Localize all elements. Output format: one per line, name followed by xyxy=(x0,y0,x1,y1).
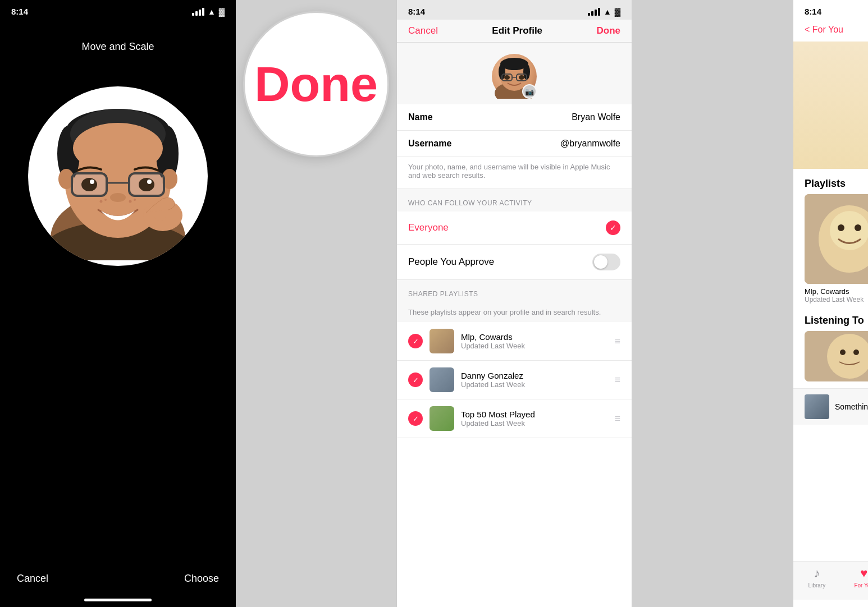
playlist-row-2: ✓ Danny Gonzalez Updated Last Week ≡ xyxy=(397,361,632,399)
library-icon: ♪ xyxy=(814,566,820,581)
home-bar-phone1 xyxy=(84,599,152,601)
playlist2-info: Danny Gonzalez Updated Last Week xyxy=(461,371,607,389)
playlists-note: These playlists appear on your profile a… xyxy=(397,302,632,322)
playlist2-check[interactable]: ✓ xyxy=(408,373,423,387)
profile-edit-avatar-section: 📷 xyxy=(397,43,632,104)
phone1-status-bar: 8:14 ▲ ▓ xyxy=(0,0,236,19)
done-text[interactable]: Done xyxy=(254,59,378,109)
phone1-screen: 8:14 ▲ ▓ Move and Scale xyxy=(0,0,236,607)
svg-point-23 xyxy=(129,200,132,203)
drag-handle-3[interactable]: ≡ xyxy=(614,413,620,425)
playlist2-sub: Updated Last Week xyxy=(461,380,607,389)
playlist-cards-row: Mlp, Cowards Updated Last Week HelpLetMe… xyxy=(793,194,868,312)
people-approve-toggle[interactable] xyxy=(592,254,620,270)
svg-point-19 xyxy=(147,180,152,184)
playlist-card-1[interactable]: Mlp, Cowards Updated Last Week xyxy=(805,194,868,304)
svg-point-61 xyxy=(853,350,859,355)
playlist1-thumb xyxy=(430,329,454,353)
signal-bars xyxy=(192,8,204,16)
playlist-row-3: ✓ Top 50 Most Played Updated Last Week ≡ xyxy=(397,399,632,438)
phone3-screen: 8:14 ▲ ▓ < For You ••• xyxy=(793,0,868,607)
playlists-title-row: Playlists xyxy=(793,169,868,194)
playlist-card-1-sub: Updated Last Week xyxy=(805,296,868,304)
svg-point-37 xyxy=(519,75,524,80)
svg-point-60 xyxy=(840,350,846,355)
listening-svg-1 xyxy=(805,331,868,381)
svg-point-56 xyxy=(838,224,844,231)
nav-cancel-button[interactable]: Cancel xyxy=(408,25,438,36)
phone2-status-icons: ▲ ▓ xyxy=(588,7,620,16)
battery-icon-2: ▓ xyxy=(615,7,620,16)
privacy-note: Your photo, name, and username will be v… xyxy=(397,157,632,189)
wifi-icon: ▲ xyxy=(208,7,216,16)
username-row: Username @bryanmwolfe xyxy=(397,131,632,157)
back-for-you[interactable]: < For You xyxy=(805,25,843,35)
nav-title: Edit Profile xyxy=(492,25,542,36)
svg-point-57 xyxy=(855,224,861,231)
drag-handle-2[interactable]: ≡ xyxy=(614,374,620,386)
phone2-screen: 8:14 ▲ ▓ Cancel Edit Profile Done xyxy=(396,0,632,607)
avatar-circle-large xyxy=(28,86,208,266)
avatar-container[interactable]: 📷 xyxy=(492,54,537,99)
playlist2-name: Danny Gonzalez xyxy=(461,371,607,380)
phone1-status-icons: ▲ ▓ xyxy=(192,7,225,16)
listening-title-row: Listening To See All xyxy=(793,312,868,331)
listening-art-1 xyxy=(805,331,868,381)
svg-point-16 xyxy=(81,178,97,191)
listening-section-title: Listening To xyxy=(805,315,864,327)
playlist1-info: Mlp, Cowards Updated Last Week xyxy=(461,332,607,350)
gap2 xyxy=(632,0,793,607)
camera-badge[interactable]: 📷 xyxy=(522,84,537,99)
username-label: Username xyxy=(408,139,451,149)
svg-point-18 xyxy=(90,180,94,184)
people-approve-label[interactable]: People You Approve xyxy=(408,256,494,268)
choose-button-phone1[interactable]: Choose xyxy=(184,573,219,585)
name-value[interactable]: Bryan Wolfe xyxy=(572,112,620,122)
svg-point-22 xyxy=(104,199,107,201)
playlist2-thumb xyxy=(430,367,454,392)
svg-point-17 xyxy=(139,178,154,191)
mlp-art xyxy=(805,194,868,284)
nav-done-button[interactable]: Done xyxy=(597,25,621,36)
svg-point-20 xyxy=(110,193,126,202)
phone1-time: 8:14 xyxy=(11,7,28,16)
phone1-bottom-bar: Cancel Choose xyxy=(0,573,236,585)
playlist1-name: Mlp, Cowards xyxy=(461,332,607,342)
svg-point-24 xyxy=(134,199,136,201)
tab-library[interactable]: ♪ Library xyxy=(793,566,840,588)
playlist3-thumb xyxy=(430,406,454,431)
listening-cards-row: CRYBABY xyxy=(793,331,868,388)
everyone-label[interactable]: Everyone xyxy=(408,222,449,233)
toggle-knob xyxy=(594,255,607,269)
phone2-time: 8:14 xyxy=(408,7,425,16)
playlist1-sub: Updated Last Week xyxy=(461,342,607,350)
who-follow-header: WHO CAN FOLLOW YOUR ACTIVITY xyxy=(397,189,632,211)
profile-section: Bryan Wolfe @bryanmwolfe EDIT xyxy=(793,42,868,169)
listening-card-1[interactable] xyxy=(805,331,868,381)
playlist-row-1: ✓ Mlp, Cowards Updated Last Week ≡ xyxy=(397,322,632,361)
people-approve-row[interactable]: People You Approve xyxy=(397,245,632,280)
now-playing-bar[interactable]: Something (2019 Mix) ▶ ⏭ xyxy=(793,388,868,425)
name-row: Name Bryan Wolfe xyxy=(397,104,632,131)
username-value[interactable]: @bryanmwolfe xyxy=(560,139,620,149)
playlist1-check[interactable]: ✓ xyxy=(408,334,423,348)
move-scale-label: Move and Scale xyxy=(81,41,154,53)
shared-playlists-header: SHARED PLAYLISTS xyxy=(397,280,632,302)
signal-bars-2 xyxy=(588,8,600,16)
tab-bar: ♪ Library ♥ For You ♫ Browse 📻 Radio 🔍 S… xyxy=(793,561,868,600)
playlist3-name: Top 50 Most Played xyxy=(461,410,607,419)
playlist-card-1-art xyxy=(805,194,868,284)
playlist-card-1-name: Mlp, Cowards xyxy=(805,287,868,296)
for-you-label: For You xyxy=(854,582,868,588)
everyone-option-row[interactable]: Everyone ✓ xyxy=(397,211,632,245)
phone2-nav: Cancel Edit Profile Done xyxy=(397,20,632,43)
now-playing-title: Something (2019 Mix) xyxy=(835,402,868,411)
phone3-time: 8:14 xyxy=(805,7,821,16)
done-overlay-circle: Done xyxy=(243,11,389,157)
playlist3-check[interactable]: ✓ xyxy=(408,411,423,426)
drag-handle-1[interactable]: ≡ xyxy=(614,335,620,347)
tab-for-you[interactable]: ♥ For You xyxy=(840,566,868,588)
name-label: Name xyxy=(408,112,433,122)
cancel-button-phone1[interactable]: Cancel xyxy=(17,573,48,585)
svg-point-8 xyxy=(73,123,163,173)
